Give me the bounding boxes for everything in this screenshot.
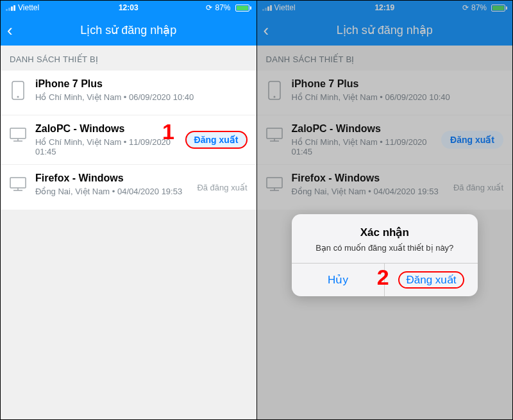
section-header: DANH SÁCH THIẾT BỊ <box>1 46 256 71</box>
modal-overlay[interactable]: Xác nhận Bạn có muốn đăng xuất thiết bị … <box>257 1 513 419</box>
device-list: iPhone 7 Plus Hồ Chí Minh, Việt Nam • 06… <box>1 71 256 210</box>
monitor-icon <box>10 174 26 195</box>
device-row: iPhone 7 Plus Hồ Chí Minh, Việt Nam • 06… <box>1 71 256 115</box>
phone-icon <box>10 80 26 101</box>
logout-button[interactable]: Đăng xuất <box>185 131 248 149</box>
dialog-title: Xác nhận <box>302 226 467 239</box>
page-title: Lịch sử đăng nhập <box>80 23 176 37</box>
logged-out-label: Đã đăng xuất <box>197 183 247 192</box>
device-name: Firefox - Windows <box>35 172 194 184</box>
device-meta: Đồng Nai, Việt Nam • 04/04/2020 19:53 <box>35 187 194 196</box>
monitor-icon <box>10 125 26 146</box>
clock: 12:03 <box>1 3 256 12</box>
annotation-number: 2 <box>377 265 389 290</box>
device-meta: Hồ Chí Minh, Việt Nam • 11/09/2020 01:45 <box>35 137 183 156</box>
navbar: ‹ Lịch sử đăng nhập <box>1 15 256 46</box>
device-name: iPhone 7 Plus <box>35 78 245 90</box>
screenshot-right: Viettel 12:19 ⟳ 87% ‹ Lịch sử đăng nhập … <box>257 1 513 419</box>
device-meta: Hồ Chí Minh, Việt Nam • 06/09/2020 10:40 <box>35 92 245 102</box>
cancel-button[interactable]: Hủy <box>292 264 385 296</box>
battery-icon <box>233 4 251 12</box>
svg-point-1 <box>17 96 19 98</box>
status-bar: Viettel 12:03 ⟳ 87% <box>1 1 256 15</box>
back-button[interactable]: ‹ <box>7 21 13 40</box>
device-row: ZaloPC - Windows Hồ Chí Minh, Việt Nam •… <box>1 115 256 165</box>
svg-rect-2 <box>10 128 26 139</box>
device-name: ZaloPC - Windows <box>35 123 183 135</box>
confirm-logout-button[interactable]: Đăng xuất <box>384 264 478 296</box>
confirm-dialog: Xác nhận Bạn có muốn đăng xuất thiết bị … <box>292 214 478 296</box>
dialog-message: Bạn có muốn đăng xuất thiết bị này? <box>302 243 467 253</box>
annotation-number: 1 <box>162 119 174 144</box>
device-row: Firefox - Windows Đồng Nai, Việt Nam • 0… <box>1 165 256 210</box>
svg-rect-5 <box>10 178 26 188</box>
screenshot-left: Viettel 12:03 ⟳ 87% ‹ Lịch sử đăng nhập … <box>1 1 256 419</box>
